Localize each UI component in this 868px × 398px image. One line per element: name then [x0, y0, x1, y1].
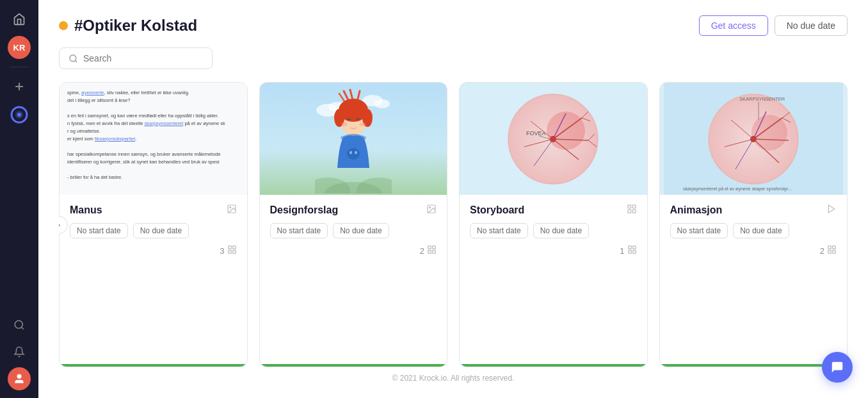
card-designforslag-start-date: No start date — [270, 223, 328, 238]
card-designforslag-title-row: Designforslag — [270, 204, 437, 217]
user-avatar[interactable]: KR — [8, 36, 31, 59]
cards-area: › spine, øyesmerte, stiv nakke, eller tr… — [59, 82, 848, 367]
sidebar-add-button[interactable] — [8, 75, 31, 98]
search-input[interactable] — [83, 53, 203, 63]
svg-point-30 — [347, 148, 360, 160]
card-manus-progress — [60, 364, 247, 367]
svg-point-29 — [359, 122, 366, 126]
card-storyboard-task-count: 1 — [620, 246, 624, 256]
svg-rect-40 — [428, 251, 431, 253]
card-animasjon-title: Animasjon — [670, 204, 723, 216]
card-manus-task-count: 3 — [220, 246, 224, 256]
svg-rect-67 — [632, 251, 635, 253]
card-designforslag-dates: No start date No due date — [270, 223, 437, 238]
manus-text-content: spine, øyesmerte, stiv nakke, eller tret… — [60, 83, 247, 195]
card-designforslag-task-count: 2 — [420, 246, 424, 256]
svg-point-32 — [355, 151, 357, 154]
svg-point-83 — [750, 136, 757, 142]
card-designforslag-progress — [260, 364, 447, 367]
svg-point-59 — [550, 136, 556, 142]
card-animasjon-dates: No start date No due date — [670, 223, 837, 238]
card-designforslag-title: Designforslag — [270, 204, 339, 216]
card-animasjon: SKARPSYNSENTER skarpsynsenteret på et av… — [659, 82, 848, 367]
card-manus-body: Manus No start date No due date 3 — [60, 195, 247, 364]
card-manus-thumbnail: spine, øyesmerte, stiv nakke, eller tret… — [60, 83, 247, 195]
svg-rect-41 — [433, 251, 435, 253]
card-animasjon-due-date: No due date — [733, 223, 789, 238]
card-animasjon-thumbnail: SKARPSYNSENTER skarpsynsenteret på et av… — [660, 83, 848, 195]
search-icon — [68, 54, 78, 63]
svg-rect-65 — [632, 246, 635, 249]
svg-rect-66 — [628, 251, 631, 253]
sidebar-user-button[interactable] — [8, 367, 31, 390]
svg-point-8 — [70, 54, 76, 61]
card-animasjon-title-row: Animasjon — [670, 204, 837, 217]
svg-rect-63 — [632, 210, 636, 213]
chat-bubble-button[interactable] — [822, 352, 853, 383]
svg-point-7 — [17, 374, 21, 378]
card-manus-footer: 3 — [70, 245, 237, 256]
card-storyboard-thumbnail: FOVEA — [460, 83, 647, 195]
card-designforslag-footer: 2 — [270, 245, 437, 256]
svg-rect-38 — [428, 246, 431, 249]
no-due-date-button[interactable]: No due date — [775, 15, 848, 36]
design-illustration — [260, 83, 447, 195]
card-storyboard-dates: No start date No due date — [470, 223, 637, 238]
card-animasjon-start-date: No start date — [670, 223, 728, 238]
card-animasjon-progress — [660, 364, 848, 367]
svg-rect-15 — [232, 251, 235, 253]
sidebar: KR — [0, 0, 38, 398]
card-manus-title: Manus — [70, 204, 102, 216]
sidebar-bell-button[interactable] — [8, 340, 31, 363]
card-animasjon-body: Animasjon No start date No due date 2 — [660, 195, 848, 364]
svg-rect-87 — [833, 246, 835, 249]
page-header: #Optiker Kolstad Get access No due date — [59, 15, 848, 36]
card-animasjon-task-icon — [827, 245, 837, 256]
svg-rect-62 — [628, 210, 631, 213]
svg-point-5 — [15, 320, 22, 328]
svg-rect-12 — [228, 246, 230, 249]
svg-line-6 — [21, 327, 23, 329]
card-designforslag-task-icon — [427, 245, 437, 256]
svg-rect-86 — [828, 246, 831, 249]
sidebar-search-button[interactable] — [8, 313, 31, 336]
card-manus-due-date: No due date — [133, 223, 189, 238]
svg-point-31 — [350, 151, 352, 154]
svg-rect-60 — [628, 205, 631, 208]
card-storyboard-progress — [460, 364, 647, 367]
svg-text:FOVEA: FOVEA — [526, 130, 546, 137]
svg-marker-85 — [828, 205, 834, 213]
sidebar-home-button[interactable] — [8, 8, 31, 31]
story-illustration: FOVEA — [460, 83, 647, 195]
svg-rect-89 — [833, 251, 835, 253]
card-storyboard-title: Storyboard — [470, 204, 524, 216]
card-storyboard-footer: 1 — [470, 245, 637, 256]
svg-line-9 — [75, 60, 77, 62]
card-manus-title-row: Manus — [70, 204, 237, 217]
svg-point-19 — [374, 99, 390, 108]
card-animasjon-task-count: 2 — [820, 246, 824, 256]
card-animasjon-footer: 2 — [670, 245, 837, 256]
sidebar-divider — [10, 67, 29, 67]
title-row: #Optiker Kolstad — [59, 17, 197, 35]
footer-text: © 2021 Krock.io. All rights reserved. — [392, 374, 515, 383]
card-designforslag-thumbnail — [260, 83, 447, 195]
svg-rect-64 — [628, 246, 631, 249]
card-manus-dates: No start date No due date — [70, 223, 237, 238]
card-manus: spine, øyesmerte, stiv nakke, eller tret… — [59, 82, 248, 367]
card-designforslag-due-date: No due date — [333, 223, 389, 238]
header-actions: Get access No due date — [699, 15, 848, 36]
sidebar-project-icon[interactable] — [8, 103, 31, 126]
sidebar-bottom-icons — [8, 313, 31, 390]
search-bar[interactable] — [59, 47, 213, 69]
card-storyboard-start-date: No start date — [470, 223, 528, 238]
svg-point-11 — [229, 207, 230, 208]
svg-rect-13 — [232, 246, 235, 249]
card-designforslag-body: Designforslag No start date No due date … — [260, 195, 447, 364]
card-designforslag: Designforslag No start date No due date … — [259, 82, 448, 367]
card-manus-task-icon — [227, 245, 237, 256]
svg-rect-61 — [632, 205, 636, 208]
card-designforslag-type-icon — [426, 204, 437, 217]
card-storyboard-body: Storyboard No start date No due date 1 — [460, 195, 647, 364]
get-access-button[interactable]: Get access — [699, 15, 768, 36]
